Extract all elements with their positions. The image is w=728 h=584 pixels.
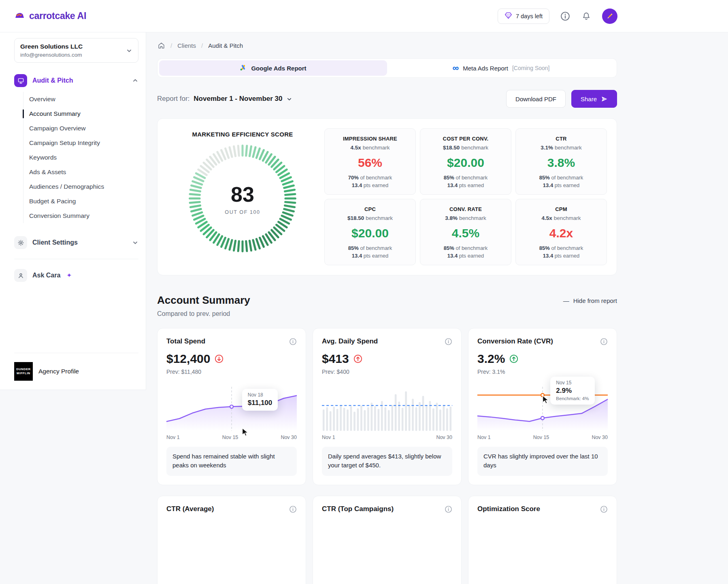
sidebar-item-ads-assets[interactable]: Ads & Assets xyxy=(23,165,138,179)
gem-icon xyxy=(504,12,512,20)
notifications-bell-icon[interactable] xyxy=(581,11,592,21)
info-icon[interactable] xyxy=(445,505,452,513)
info-icon[interactable] xyxy=(289,505,297,513)
info-icon[interactable] xyxy=(445,338,452,345)
metric-title: COST PER CONV. xyxy=(424,136,507,142)
card-insight-caption: Daily spend averages $413, slightly belo… xyxy=(322,447,452,476)
card-prev-value: Prev: 3.1% xyxy=(477,369,608,375)
pts-value: 13.4 xyxy=(447,182,458,188)
benchmark-suffix: benchmark xyxy=(459,215,486,221)
tooltip-value: 2.9% xyxy=(556,387,589,395)
card-value: $413 xyxy=(322,352,349,366)
client-selector[interactable]: Green Solutions LLC info@greensolutions.… xyxy=(14,38,138,63)
sidebar-item-audiences-demographics[interactable]: Audiences / Demographics xyxy=(23,179,138,194)
agency-profile[interactable]: DUNDER MIFFLIN Agency Profile xyxy=(14,362,138,381)
pts-value: 13.4 xyxy=(543,182,553,188)
x-label: Nov 15 xyxy=(533,435,549,440)
sidebar-item-conversion-summary[interactable]: Conversion Summary xyxy=(23,209,138,223)
x-axis-labels: Nov 1 Nov 15 Nov 30 xyxy=(166,435,297,440)
card-prev-value: Prev: $400 xyxy=(322,369,452,375)
audit-pitch-label: Audit & Pitch xyxy=(32,77,73,84)
report-controls: Report for: November 1 - November 30 Dow… xyxy=(157,90,617,108)
info-icon[interactable] xyxy=(289,338,297,345)
card-total-spend: Total Spend $12,400 Prev: $11,480 xyxy=(157,328,306,485)
pts-value: 13.4 xyxy=(352,253,362,259)
pct-value: 85% xyxy=(348,245,359,251)
breadcrumb-clients[interactable]: Clients xyxy=(177,42,196,49)
tab-google-ads-label: Google Ads Report xyxy=(251,65,306,72)
pts-suffix: pts earned xyxy=(459,182,484,188)
chevron-down-icon xyxy=(132,239,138,246)
pts-suffix: pts earned xyxy=(364,253,388,259)
sidebar-item-ask-cara[interactable]: Ask Cara ✦ xyxy=(14,269,138,282)
avg-daily-spend-chart[interactable] xyxy=(322,386,452,431)
metric-benchmark-pct: 85% of benchmark xyxy=(520,245,602,251)
home-icon[interactable] xyxy=(157,41,165,49)
sidebar-item-keywords[interactable]: Keywords xyxy=(23,150,138,165)
pct-value: 85% xyxy=(539,245,550,251)
brand-logo[interactable]: carrotcake AI xyxy=(14,11,86,21)
efficiency-score-value: 83 xyxy=(231,182,254,207)
carrotcake-logo-icon xyxy=(14,11,26,21)
sidebar-item-budget-pacing[interactable]: Budget & Pacing xyxy=(23,194,138,209)
client-name: Green Solutions LLC xyxy=(20,43,83,50)
tab-google-ads-report[interactable]: Google Ads Report xyxy=(159,60,387,76)
pts-suffix: pts earned xyxy=(364,182,388,188)
pts-value: 13.4 xyxy=(543,253,553,259)
sidebar-item-campaign-setup-integrity[interactable]: Campaign Setup Integrity xyxy=(23,136,138,150)
sidebar-item-campaign-overview[interactable]: Campaign Overview xyxy=(23,121,138,136)
x-label: Nov 1 xyxy=(166,435,180,440)
metric-value: $20.00 xyxy=(329,226,411,240)
agency-profile-label: Agency Profile xyxy=(38,368,79,375)
metric-value: $20.00 xyxy=(424,156,507,170)
date-range-selector[interactable]: November 1 - November 30 xyxy=(194,95,292,103)
agency-logo: DUNDER MIFFLIN xyxy=(14,362,33,381)
pct-suffix: of benchmark xyxy=(360,245,392,251)
metric-benchmark-pct: 70% of benchmark xyxy=(329,175,411,181)
tooltip-date: Nov 18 xyxy=(248,392,272,398)
user-avatar[interactable] xyxy=(602,9,617,24)
client-email: info@greensolutions.com xyxy=(20,52,83,58)
x-label: Nov 30 xyxy=(592,435,608,440)
info-icon[interactable] xyxy=(600,505,608,513)
trial-days-left-button[interactable]: 7 days left xyxy=(498,9,549,24)
metric-points-earned: 13.4 pts earned xyxy=(329,253,411,259)
sidebar-section-client-settings[interactable]: Client Settings xyxy=(14,236,138,249)
card-title: Avg. Daily Spend xyxy=(322,337,378,345)
client-settings-label: Client Settings xyxy=(32,239,78,246)
metric-card-ctr: CTR 3.1% benchmark 3.8% 85% of benchmark… xyxy=(515,128,607,195)
x-axis-labels: Nov 1 Nov 30 xyxy=(322,435,452,440)
tab-meta-ads-report[interactable]: ∞ Meta Ads Report [Coming Soon] xyxy=(387,60,615,76)
info-icon[interactable] xyxy=(600,338,608,345)
metric-benchmark-pct: 85% of benchmark xyxy=(520,175,602,181)
download-pdf-button[interactable]: Download PDF xyxy=(506,90,566,108)
pts-value: 13.4 xyxy=(352,182,362,188)
chevron-down-icon xyxy=(286,96,292,102)
audit-pitch-icon xyxy=(14,74,27,87)
share-arrow-icon xyxy=(601,96,608,102)
share-button[interactable]: Share xyxy=(571,90,617,108)
metric-benchmark: $18.50 benchmark xyxy=(329,215,411,221)
card-ctr-average: CTR (Average) xyxy=(157,496,306,584)
report-tabbar: Google Ads Report ∞ Meta Ads Report [Com… xyxy=(157,58,617,78)
metric-points-earned: 13.4 pts earned xyxy=(329,182,411,188)
metric-value: 56% xyxy=(329,156,411,170)
pct-suffix: of benchmark xyxy=(456,175,487,181)
efficiency-score-caption: OUT OF 100 xyxy=(225,209,260,215)
account-summary-subtitle: Compared to prev. period xyxy=(157,310,250,318)
sidebar-item-account-summary[interactable]: Account Summary xyxy=(23,107,138,121)
sidebar-section-audit-pitch[interactable]: Audit & Pitch xyxy=(14,74,138,87)
pct-suffix: of benchmark xyxy=(551,245,583,251)
metric-benchmark: 3.8% benchmark xyxy=(424,215,507,221)
hide-from-report-link[interactable]: — Hide from report xyxy=(563,297,617,304)
info-icon[interactable] xyxy=(560,11,570,21)
brand-name: carrotcake AI xyxy=(29,11,86,21)
metric-value: 4.5% xyxy=(424,226,507,240)
benchmark-suffix: benchmark xyxy=(363,145,390,151)
pts-suffix: pts earned xyxy=(555,182,579,188)
sidebar-item-overview[interactable]: Overview xyxy=(23,92,138,107)
x-axis-labels: Nov 1 Nov 15 Nov 30 xyxy=(477,435,608,440)
tab-meta-ads-label: Meta Ads Report xyxy=(463,65,508,72)
metric-card-cpm: CPM 4.5x benchmark 4.2x 85% of benchmark… xyxy=(515,199,607,265)
efficiency-score-gauge: 83 OUT OF 100 xyxy=(188,144,297,253)
